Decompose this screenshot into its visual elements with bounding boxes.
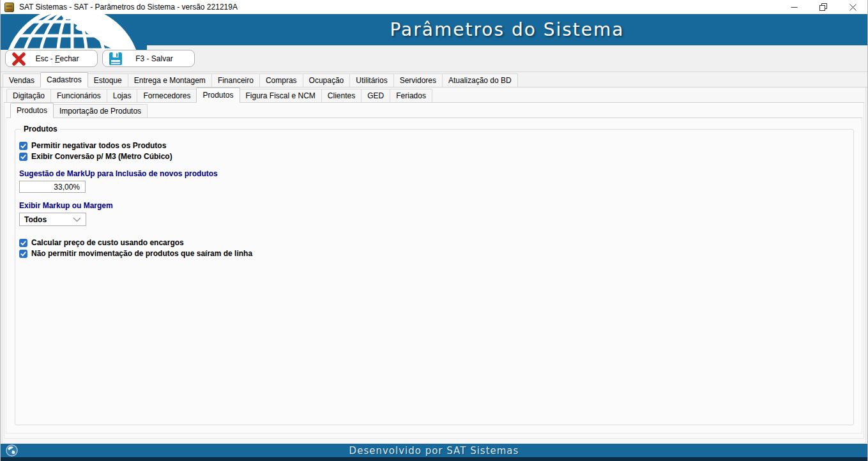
restore-button[interactable] xyxy=(809,0,838,14)
restore-icon xyxy=(819,3,827,11)
tab-ged[interactable]: GED xyxy=(361,89,390,102)
tab-compras[interactable]: Compras xyxy=(259,73,303,87)
markup-suggestion-label: Sugestão de MarkUp para Inclusão de novo… xyxy=(19,169,848,178)
main-tab-bar: Vendas Cadastros Estoque Entrega e Monta… xyxy=(1,72,867,87)
floppy-save-icon xyxy=(109,52,123,66)
tab-estoque[interactable]: Estoque xyxy=(88,73,128,87)
close-form-button[interactable]: Esc - Fechar xyxy=(5,50,98,67)
groupbox-title: Produtos xyxy=(21,125,60,133)
tab-digitacao[interactable]: Digitação xyxy=(6,89,51,102)
tab-ocupacao[interactable]: Ocupação xyxy=(303,73,351,87)
tab-figura-fiscal-e-ncm[interactable]: Figura Fiscal e NCM xyxy=(240,89,322,102)
header-banner: Parâmetros do Sistema xyxy=(1,14,867,45)
tab-atualizacao-do-bd[interactable]: Atualização do BD xyxy=(442,73,518,87)
caption-buttons xyxy=(779,0,867,14)
checkbox-checked-icon xyxy=(19,142,27,150)
app-icon xyxy=(4,3,14,12)
red-x-icon xyxy=(11,52,26,66)
save-button[interactable]: F3 - Salvar xyxy=(102,50,195,67)
tab-funcionarios[interactable]: Funcionários xyxy=(50,89,107,102)
cadastros-page: Digitação Funcionários Lojas Fornecedore… xyxy=(2,87,866,444)
tab-clientes[interactable]: Clientes xyxy=(321,89,362,102)
checkbox-calcular-preco-custo[interactable]: Calcular preço de custo usando encargos xyxy=(19,238,848,247)
markup-display-select[interactable]: Todos xyxy=(19,213,86,226)
markup-suggestion-input[interactable] xyxy=(19,181,86,193)
chevron-down-icon xyxy=(73,217,81,222)
produtos-inner-page: Produtos Permitir negativar todos os Pro… xyxy=(6,118,862,434)
window-bottom-edge xyxy=(1,457,867,461)
tab-servidores[interactable]: Servidores xyxy=(393,73,443,87)
tab-importacao-de-produtos[interactable]: Importação de Produtos xyxy=(53,104,148,117)
page-title: Parâmetros do Sistema xyxy=(147,14,867,45)
produtos-tab-bar: Produtos Importação de Produtos xyxy=(6,103,862,118)
markup-display-label: Exibir Markup ou Margem xyxy=(19,201,848,210)
checkbox-exibir-conversao-m3[interactable]: Exibir Conversão p/ M3 (Metro Cúbico) xyxy=(19,152,848,161)
tab-fornecedores[interactable]: Fornecedores xyxy=(137,89,197,102)
globe-logo xyxy=(1,14,147,50)
checkbox-checked-icon xyxy=(19,153,27,161)
close-icon xyxy=(849,4,857,11)
produtos-groupbox: Produtos Permitir negativar todos os Pro… xyxy=(15,125,854,425)
footer-credit: Desenvolvido por SAT Sistemas xyxy=(349,445,519,457)
tab-cadastros[interactable]: Cadastros xyxy=(40,72,88,87)
minimize-icon xyxy=(791,4,798,11)
globe-icon xyxy=(6,444,18,457)
tab-financeiro[interactable]: Financeiro xyxy=(211,73,260,87)
window-title: SAT Sistemas - SAT - Parâmetros do Siste… xyxy=(19,3,238,11)
checkbox-checked-icon xyxy=(19,250,27,258)
checkbox-nao-permitir-movimentacao[interactable]: Não permitir movimentação de produtos qu… xyxy=(19,249,848,258)
tab-utilitarios[interactable]: Utilitários xyxy=(349,73,393,87)
tab-produtos[interactable]: Produtos xyxy=(196,87,240,103)
checkbox-permitir-negativar[interactable]: Permitir negativar todos os Produtos xyxy=(19,141,848,150)
tab-vendas[interactable]: Vendas xyxy=(3,73,41,87)
status-bar: Desenvolvido por SAT Sistemas xyxy=(1,444,867,457)
tab-feriados[interactable]: Feriados xyxy=(390,89,432,102)
titlebar: SAT Sistemas - SAT - Parâmetros do Siste… xyxy=(1,0,867,14)
tab-entrega-e-montagem[interactable]: Entrega e Montagem xyxy=(128,73,212,87)
checkbox-checked-icon xyxy=(19,239,27,247)
cadastros-tab-bar: Digitação Funcionários Lojas Fornecedore… xyxy=(4,87,864,103)
produtos-page: Produtos Importação de Produtos Produtos… xyxy=(4,103,864,439)
close-button[interactable] xyxy=(838,0,867,14)
minimize-button[interactable] xyxy=(779,0,809,14)
tab-lojas[interactable]: Lojas xyxy=(107,89,138,102)
tab-produtos-inner[interactable]: Produtos xyxy=(10,103,54,118)
